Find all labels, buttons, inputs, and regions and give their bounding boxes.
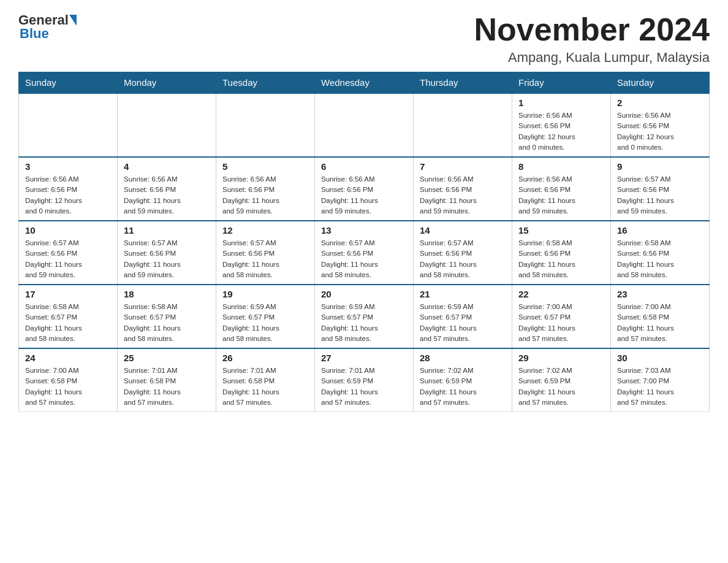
day-number: 21 (420, 289, 506, 299)
day-info: Sunrise: 6:57 AMSunset: 6:56 PMDaylight:… (124, 238, 210, 280)
cell-week5-day3: 27Sunrise: 7:01 AMSunset: 6:59 PMDayligh… (315, 348, 414, 412)
day-info: Sunrise: 6:57 AMSunset: 6:56 PMDaylight:… (321, 238, 407, 280)
day-number: 8 (518, 161, 604, 172)
day-info: Sunrise: 7:00 AMSunset: 6:58 PMDaylight:… (25, 366, 111, 408)
day-number: 2 (617, 98, 703, 108)
day-info: Sunrise: 6:57 AMSunset: 6:56 PMDaylight:… (25, 238, 111, 280)
header-friday: Friday (512, 72, 611, 94)
day-info: Sunrise: 6:58 AMSunset: 6:56 PMDaylight:… (518, 238, 604, 280)
day-info: Sunrise: 6:56 AMSunset: 6:56 PMDaylight:… (617, 110, 703, 153)
day-info: Sunrise: 6:56 AMSunset: 6:56 PMDaylight:… (518, 110, 604, 153)
day-info: Sunrise: 7:02 AMSunset: 6:59 PMDaylight:… (518, 366, 604, 408)
day-number: 20 (321, 289, 407, 299)
day-info: Sunrise: 6:58 AMSunset: 6:56 PMDaylight:… (617, 238, 703, 280)
day-info: Sunrise: 7:00 AMSunset: 6:58 PMDaylight:… (617, 302, 703, 344)
day-info: Sunrise: 6:56 AMSunset: 6:56 PMDaylight:… (25, 174, 111, 216)
day-number: 7 (420, 161, 506, 172)
week-row-2: 3Sunrise: 6:56 AMSunset: 6:56 PMDaylight… (19, 157, 710, 221)
day-number: 27 (321, 353, 407, 363)
cell-week2-day3: 6Sunrise: 6:56 AMSunset: 6:56 PMDaylight… (315, 157, 414, 221)
day-number: 16 (617, 225, 703, 236)
cell-week5-day5: 29Sunrise: 7:02 AMSunset: 6:59 PMDayligh… (512, 348, 611, 412)
cell-week5-day4: 28Sunrise: 7:02 AMSunset: 6:59 PMDayligh… (414, 348, 512, 412)
cell-week2-day4: 7Sunrise: 6:56 AMSunset: 6:56 PMDaylight… (414, 157, 512, 221)
header-monday: Monday (118, 72, 216, 94)
day-number: 3 (25, 161, 111, 172)
day-info: Sunrise: 7:01 AMSunset: 6:58 PMDaylight:… (222, 366, 308, 408)
cell-week1-day2 (216, 93, 315, 157)
day-info: Sunrise: 6:59 AMSunset: 6:57 PMDaylight:… (222, 302, 308, 344)
cell-week4-day1: 18Sunrise: 6:58 AMSunset: 6:57 PMDayligh… (118, 285, 216, 348)
title-area: November 2024 Ampang, Kuala Lumpur, Mala… (474, 12, 710, 66)
day-number: 24 (25, 353, 111, 363)
logo-blue: Blue (20, 26, 49, 41)
cell-week3-day4: 14Sunrise: 6:57 AMSunset: 6:56 PMDayligh… (414, 221, 512, 285)
day-number: 25 (124, 353, 210, 363)
cell-week2-day1: 4Sunrise: 6:56 AMSunset: 6:56 PMDaylight… (118, 157, 216, 221)
cell-week2-day6: 9Sunrise: 6:57 AMSunset: 6:56 PMDaylight… (611, 157, 710, 221)
day-info: Sunrise: 6:59 AMSunset: 6:57 PMDaylight:… (321, 302, 407, 344)
day-number: 26 (222, 353, 308, 363)
cell-week2-day2: 5Sunrise: 6:56 AMSunset: 6:56 PMDaylight… (216, 157, 315, 221)
week-row-1: 1Sunrise: 6:56 AMSunset: 6:56 PMDaylight… (19, 93, 710, 157)
day-info: Sunrise: 7:01 AMSunset: 6:59 PMDaylight:… (321, 366, 407, 408)
cell-week5-day0: 24Sunrise: 7:00 AMSunset: 6:58 PMDayligh… (19, 348, 118, 412)
day-number: 1 (518, 98, 604, 108)
cell-week4-day6: 23Sunrise: 7:00 AMSunset: 6:58 PMDayligh… (611, 285, 710, 348)
day-info: Sunrise: 7:02 AMSunset: 6:59 PMDaylight:… (420, 366, 506, 408)
header-sunday: Sunday (19, 72, 118, 94)
calendar-table: Sunday Monday Tuesday Wednesday Thursday… (18, 72, 710, 412)
header-saturday: Saturday (611, 72, 710, 94)
cell-week1-day0 (19, 93, 118, 157)
cell-week2-day0: 3Sunrise: 6:56 AMSunset: 6:56 PMDaylight… (19, 157, 118, 221)
location-subtitle: Ampang, Kuala Lumpur, Malaysia (474, 50, 710, 66)
cell-week3-day1: 11Sunrise: 6:57 AMSunset: 6:56 PMDayligh… (118, 221, 216, 285)
day-info: Sunrise: 6:56 AMSunset: 6:56 PMDaylight:… (222, 174, 308, 216)
day-info: Sunrise: 6:57 AMSunset: 6:56 PMDaylight:… (617, 174, 703, 216)
week-row-4: 17Sunrise: 6:58 AMSunset: 6:57 PMDayligh… (19, 285, 710, 348)
day-info: Sunrise: 6:56 AMSunset: 6:56 PMDaylight:… (124, 174, 210, 216)
day-number: 17 (25, 289, 111, 299)
day-info: Sunrise: 6:56 AMSunset: 6:56 PMDaylight:… (518, 174, 604, 216)
day-number: 22 (518, 289, 604, 299)
header-thursday: Thursday (414, 72, 512, 94)
day-info: Sunrise: 7:00 AMSunset: 6:57 PMDaylight:… (518, 302, 604, 344)
cell-week1-day1 (118, 93, 216, 157)
day-number: 10 (25, 225, 111, 236)
day-number: 4 (124, 161, 210, 172)
day-info: Sunrise: 6:58 AMSunset: 6:57 PMDaylight:… (124, 302, 210, 344)
cell-week3-day0: 10Sunrise: 6:57 AMSunset: 6:56 PMDayligh… (19, 221, 118, 285)
day-info: Sunrise: 6:56 AMSunset: 6:56 PMDaylight:… (321, 174, 407, 216)
cell-week5-day1: 25Sunrise: 7:01 AMSunset: 6:58 PMDayligh… (118, 348, 216, 412)
month-title: November 2024 (474, 12, 710, 47)
weekday-header-row: Sunday Monday Tuesday Wednesday Thursday… (19, 72, 710, 94)
cell-week1-day4 (414, 93, 512, 157)
day-number: 19 (222, 289, 308, 299)
week-row-5: 24Sunrise: 7:00 AMSunset: 6:58 PMDayligh… (19, 348, 710, 412)
cell-week1-day6: 2Sunrise: 6:56 AMSunset: 6:56 PMDaylight… (611, 93, 710, 157)
cell-week1-day5: 1Sunrise: 6:56 AMSunset: 6:56 PMDaylight… (512, 93, 611, 157)
day-number: 6 (321, 161, 407, 172)
day-number: 13 (321, 225, 407, 236)
day-number: 18 (124, 289, 210, 299)
cell-week1-day3 (315, 93, 414, 157)
cell-week5-day6: 30Sunrise: 7:03 AMSunset: 7:00 PMDayligh… (611, 348, 710, 412)
cell-week4-day4: 21Sunrise: 6:59 AMSunset: 6:57 PMDayligh… (414, 285, 512, 348)
day-info: Sunrise: 6:59 AMSunset: 6:57 PMDaylight:… (420, 302, 506, 344)
day-info: Sunrise: 7:01 AMSunset: 6:58 PMDaylight:… (124, 366, 210, 408)
day-number: 30 (617, 353, 703, 363)
logo-triangle-icon (69, 15, 77, 26)
day-info: Sunrise: 7:03 AMSunset: 7:00 PMDaylight:… (617, 366, 703, 408)
day-number: 9 (617, 161, 703, 172)
logo: General Blue (18, 12, 77, 42)
day-info: Sunrise: 6:57 AMSunset: 6:56 PMDaylight:… (222, 238, 308, 280)
cell-week3-day5: 15Sunrise: 6:58 AMSunset: 6:56 PMDayligh… (512, 221, 611, 285)
day-number: 12 (222, 225, 308, 236)
day-number: 15 (518, 225, 604, 236)
cell-week3-day6: 16Sunrise: 6:58 AMSunset: 6:56 PMDayligh… (611, 221, 710, 285)
day-number: 29 (518, 353, 604, 363)
day-number: 11 (124, 225, 210, 236)
day-info: Sunrise: 6:56 AMSunset: 6:56 PMDaylight:… (420, 174, 506, 216)
cell-week4-day5: 22Sunrise: 7:00 AMSunset: 6:57 PMDayligh… (512, 285, 611, 348)
cell-week2-day5: 8Sunrise: 6:56 AMSunset: 6:56 PMDaylight… (512, 157, 611, 221)
